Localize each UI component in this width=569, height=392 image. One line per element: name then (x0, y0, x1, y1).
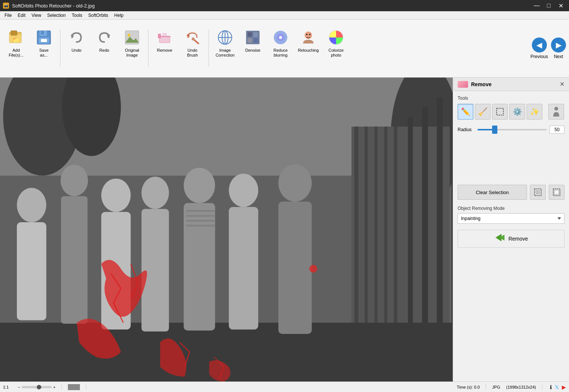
svg-point-50 (17, 188, 46, 222)
svg-point-32 (309, 34, 311, 35)
retouching-button[interactable]: Retouching (295, 26, 321, 71)
tool-settings-button[interactable]: ⚙️ (509, 104, 525, 120)
svg-point-56 (141, 177, 169, 209)
removing-mode-label: Object Removing Mode (458, 206, 564, 211)
main-content: Remove ✕ Tools ✏️ 🧹 ⚙️ ✨ (0, 78, 569, 382)
reduce-blurring-label: Reduceblurring (273, 48, 288, 58)
svg-point-17 (192, 37, 195, 40)
tool-rect-select-button[interactable] (492, 104, 508, 120)
svg-rect-6 (41, 31, 44, 34)
next-icon: ▶ (551, 37, 566, 52)
clear-selection-label: Clear Selection (476, 190, 509, 195)
status-bar: 1:1 − + Time (s): 0.0 JPG (1998x1312x24)… (0, 382, 569, 392)
toolbox-spacer (458, 140, 564, 185)
previous-button[interactable]: ◀ Previous (530, 37, 548, 59)
undo-brush-button[interactable]: UndoBrush (179, 26, 206, 71)
removing-mode-select[interactable]: Inpainting Content-Aware Fill Simple (458, 213, 564, 224)
toolbar-divider-2 (148, 30, 149, 67)
retouching-icon (299, 28, 317, 46)
denoise-button[interactable]: Denoise (240, 26, 266, 71)
remove-action-button[interactable]: Remove (458, 230, 564, 248)
svg-point-12 (128, 34, 131, 37)
menu-view[interactable]: View (29, 12, 44, 19)
redo-button[interactable]: Redo (91, 26, 117, 71)
menu-file[interactable]: File (2, 12, 15, 19)
menu-selection[interactable]: Selection (44, 12, 69, 19)
image-area[interactable] (0, 78, 453, 382)
toolbox-title-area: Remove (458, 81, 491, 88)
svg-point-60 (229, 174, 258, 207)
save-as-button[interactable]: Saveas... (31, 26, 57, 71)
minimize-button[interactable]: — (531, 1, 542, 10)
radius-slider-container[interactable] (477, 126, 546, 133)
zoom-plus-icon[interactable]: + (53, 385, 56, 389)
next-button[interactable]: ▶ Next (551, 37, 566, 59)
denoise-label: Denoise (245, 48, 260, 53)
svg-rect-57 (141, 209, 169, 332)
svg-rect-15 (158, 34, 161, 38)
zoom-control[interactable]: − + (18, 385, 56, 389)
image-correction-button[interactable]: ImageCorrection (212, 26, 238, 71)
clear-selection-button[interactable]: Clear Selection (458, 185, 527, 200)
svg-rect-75 (555, 191, 558, 194)
colorize-photo-button[interactable]: Colorizephoto (323, 26, 349, 71)
svg-point-68 (309, 265, 317, 273)
zoom-minus-icon[interactable]: − (18, 385, 20, 389)
remove-action-label: Remove (508, 236, 528, 242)
undo-button[interactable]: Undo (63, 26, 90, 71)
tool-person-button[interactable] (548, 104, 564, 120)
toolbox-eraser-icon (458, 81, 468, 88)
tools-grid: ✏️ 🧹 ⚙️ ✨ (458, 104, 564, 120)
original-image-button[interactable]: OriginalImage (119, 26, 145, 71)
radius-slider-thumb[interactable] (492, 126, 497, 134)
status-sep-2 (86, 384, 86, 390)
status-time: Time (s): 0.0 (457, 385, 480, 389)
radius-value[interactable]: 50 (549, 126, 564, 134)
tool-brush-button[interactable]: ✏️ (458, 104, 473, 120)
reduce-blurring-button[interactable]: Reduceblurring (267, 26, 294, 71)
nav-area: ◀ Previous ▶ Next (530, 37, 566, 59)
zoom-track[interactable] (22, 386, 52, 388)
svg-rect-64 (186, 210, 215, 212)
tool-eraser-button[interactable]: 🧹 (475, 104, 491, 120)
status-sep-1 (62, 384, 62, 390)
add-files-button[interactable]: 📁 AddFile(s)... (3, 26, 29, 71)
status-sep-4 (542, 384, 542, 390)
menu-help[interactable]: Help (111, 12, 127, 19)
svg-rect-72 (536, 190, 540, 195)
menu-softorbits[interactable]: SoftOrbits (85, 12, 111, 19)
youtube-icon[interactable]: ▶ (562, 384, 566, 390)
svg-rect-8 (41, 39, 47, 42)
svg-rect-51 (17, 222, 46, 320)
remove-button[interactable]: Remove (152, 26, 178, 71)
zoom-thumb[interactable] (37, 385, 41, 389)
menu-tools[interactable]: Tools (69, 12, 85, 19)
image-correction-icon (216, 28, 234, 46)
previous-icon: ◀ (532, 37, 547, 52)
select-icon-btn-1[interactable] (530, 185, 546, 200)
svg-point-58 (184, 168, 215, 203)
close-button[interactable]: ✕ (555, 1, 566, 10)
tool-magic-button[interactable]: ✨ (527, 104, 542, 120)
toolbox-close-button[interactable]: ✕ (560, 81, 564, 88)
add-files-label: AddFile(s)... (9, 48, 24, 58)
save-as-icon (35, 28, 53, 46)
svg-rect-23 (248, 32, 252, 37)
status-dimensions: (1998x1312x24) (506, 385, 536, 389)
maximize-button[interactable]: □ (543, 1, 554, 10)
radius-row: Radius 50 (458, 126, 564, 134)
clear-selection-row: Clear Selection (458, 185, 564, 200)
redo-label: Redo (99, 48, 109, 53)
info-icon[interactable]: ℹ (550, 384, 552, 390)
toolbar-divider-1 (60, 30, 60, 67)
photo-container (0, 78, 453, 382)
select-icon-btn-2[interactable] (549, 185, 564, 200)
svg-rect-63 (278, 202, 312, 334)
redo-icon (95, 28, 113, 46)
menu-edit[interactable]: Edit (15, 12, 29, 19)
twitter-icon[interactable]: 𝕏 (555, 384, 559, 390)
toolbox-title: Remove (471, 81, 491, 87)
svg-rect-61 (229, 207, 258, 329)
svg-rect-69 (497, 108, 503, 115)
svg-point-62 (278, 165, 312, 202)
